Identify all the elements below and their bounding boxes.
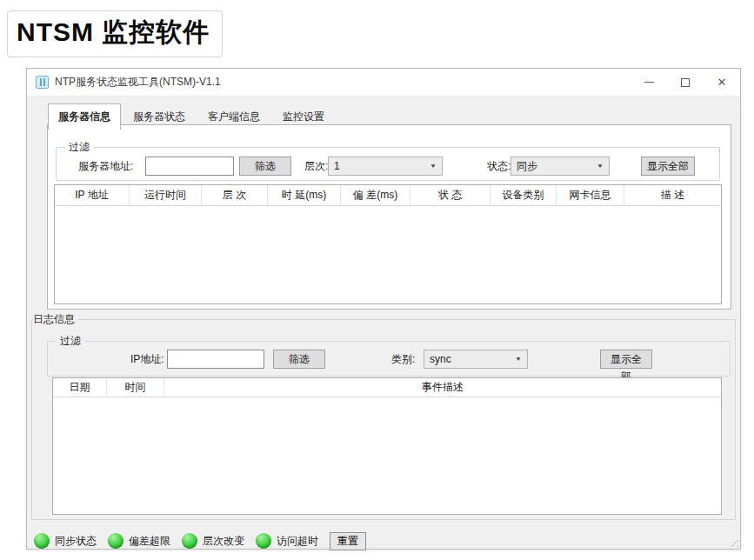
stratum-label: 层次: [304, 157, 328, 176]
server-address-input[interactable] [145, 157, 234, 176]
maximize-button[interactable] [667, 69, 704, 96]
window-title: NTP服务状态监视工具(NTSM)-V1.1 [55, 75, 221, 90]
screen: NTSM 监控软件 NTP服务状态监视工具(NTSM)-V1.1 ✕ 服务器信息… [0, 0, 754, 560]
green-ball-icon [108, 533, 123, 549]
maximize-icon [681, 78, 690, 87]
column-header-desc[interactable]: 描 述 [624, 185, 721, 205]
server-table-body[interactable] [55, 206, 721, 304]
close-button[interactable]: ✕ [704, 69, 740, 96]
log-category-select[interactable]: sync ▼ [424, 350, 528, 369]
column-header-time[interactable]: 时间 [107, 378, 164, 397]
server-table[interactable]: IP 地址 运行时间 层 次 时 延(ms) 偏 差(ms) 状 态 设备类别 … [54, 184, 722, 304]
window-titlebar[interactable]: NTP服务状态监视工具(NTSM)-V1.1 ✕ [27, 69, 740, 97]
access-timeout-indicator: 访问超时 [256, 533, 318, 549]
minimize-icon [644, 82, 654, 83]
log-table[interactable]: 日期 时间 事件描述 [52, 377, 722, 515]
column-header-event[interactable]: 事件描述 [164, 378, 721, 397]
stratum-select-value: 1 [329, 160, 430, 172]
log-info-group: 日志信息 过滤 IP地址: 筛选 类别: sync ▼ 显示全部 日期 时间 事… [31, 319, 736, 520]
column-header-nic[interactable]: 网卡信息 [557, 185, 624, 205]
window-controls: ✕ [631, 69, 740, 96]
offset-exceeded-indicator: 偏差超限 [108, 533, 170, 549]
status-select-value: 同步 [511, 159, 597, 174]
chevron-down-icon: ▼ [597, 163, 609, 169]
stratum-change-indicator: 层次改变 [182, 533, 244, 549]
tab-strip: 服务器信息 服务器状态 客户端信息 监控设置 [48, 103, 337, 130]
server-show-all-button[interactable]: 显示全部 [641, 157, 695, 176]
chevron-down-icon: ▼ [515, 356, 527, 362]
column-header-stratum[interactable]: 层 次 [202, 185, 268, 205]
tab-monitor-settings[interactable]: 监控设置 [272, 104, 335, 130]
green-ball-icon [182, 533, 197, 549]
app-icon [36, 76, 49, 89]
tab-server-info[interactable]: 服务器信息 [48, 103, 121, 130]
column-header-date[interactable]: 日期 [53, 378, 107, 397]
column-header-offset[interactable]: 偏 差(ms) [341, 185, 410, 205]
server-table-header-row: IP 地址 运行时间 层 次 时 延(ms) 偏 差(ms) 状 态 设备类别 … [55, 185, 721, 206]
server-info-panel: 过滤 服务器地址: 筛选 层次: 1 ▼ 状态: 同步 ▼ 显示全部 IP 地址… [47, 124, 731, 310]
minimize-button[interactable] [631, 69, 667, 96]
column-header-uptime[interactable]: 运行时间 [130, 185, 202, 205]
access-timeout-label: 访问超时 [277, 534, 318, 549]
resize-grip[interactable] [728, 537, 738, 547]
log-info-group-label: 日志信息 [33, 313, 78, 325]
log-table-header-row: 日期 时间 事件描述 [53, 378, 721, 397]
column-header-status[interactable]: 状 态 [410, 185, 490, 205]
sync-status-indicator: 同步状态 [34, 533, 97, 549]
green-ball-icon [256, 533, 271, 549]
status-label: 状态: [487, 157, 510, 176]
column-header-device[interactable]: 设备类别 [490, 185, 557, 205]
server-address-label: 服务器地址: [78, 157, 133, 176]
log-category-select-value: sync [424, 353, 515, 365]
log-filter-group-label: 过滤 [57, 335, 84, 347]
server-filter-group-label: 过滤 [65, 141, 93, 153]
status-select[interactable]: 同步 ▼ [510, 157, 610, 176]
tab-server-status[interactable]: 服务器状态 [123, 104, 196, 130]
chevron-down-icon: ▼ [430, 163, 442, 169]
offset-exceeded-label: 偏差超限 [129, 534, 170, 549]
log-category-label: 类别: [391, 350, 415, 369]
green-ball-icon [34, 533, 50, 549]
sync-status-label: 同步状态 [55, 534, 97, 549]
log-ip-input[interactable] [167, 350, 264, 369]
column-header-ip[interactable]: IP 地址 [55, 185, 130, 205]
column-header-delay[interactable]: 时 延(ms) [268, 185, 341, 205]
reset-button[interactable]: 重置 [330, 532, 366, 550]
close-icon: ✕ [717, 76, 727, 89]
log-show-all-button[interactable]: 显示全部 [600, 350, 652, 369]
log-filter-button[interactable]: 筛选 [273, 350, 325, 369]
tab-client-info[interactable]: 客户端信息 [197, 104, 270, 130]
status-bar: 同步状态 偏差超限 层次改变 访问超时 重置 [34, 530, 366, 551]
stratum-select[interactable]: 1 ▼ [328, 157, 443, 176]
app-window: NTP服务状态监视工具(NTSM)-V1.1 ✕ 服务器信息 服务器状态 客户端… [26, 68, 741, 550]
server-filter-button[interactable]: 筛选 [239, 157, 291, 176]
log-table-body[interactable] [53, 397, 721, 514]
log-ip-label: IP地址: [130, 350, 164, 369]
page-heading: NTSM 监控软件 [7, 10, 223, 57]
stratum-change-label: 层次改变 [203, 534, 244, 549]
